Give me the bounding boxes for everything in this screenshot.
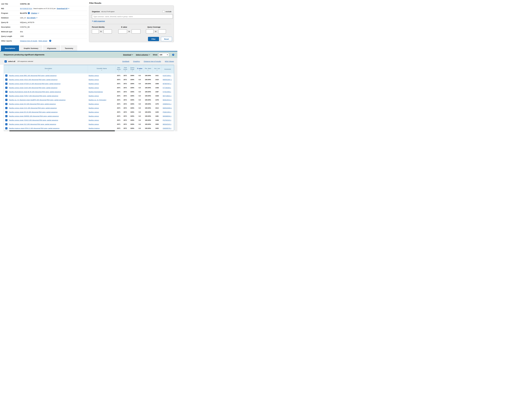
msa-viewer-link[interactable]: MSA viewer <box>38 40 47 42</box>
show-count-select[interactable]: 100▼ <box>159 53 169 57</box>
exclude-checkbox[interactable] <box>163 10 165 13</box>
scientific-name-link[interactable]: Bacillus cereus <box>89 75 99 76</box>
query-coverage-to-input[interactable] <box>158 29 166 33</box>
header-e-value[interactable]: E value▼ <box>136 65 143 73</box>
add-organism-link[interactable]: +Add organism <box>92 20 105 22</box>
scientific-name-link[interactable]: Bacillus cereus <box>89 111 99 113</box>
header-total-score[interactable]: Total Score▼ <box>122 65 129 73</box>
citation-link[interactable]: Citation <box>31 12 39 14</box>
scientific-name-link[interactable]: Bacillus cereus <box>89 115 99 117</box>
description-link[interactable]: Bacillus cereus strain YG413 16S ribosom… <box>9 119 58 121</box>
accession-link[interactable]: MG814013.1 <box>163 99 172 101</box>
query-coverage-from-input[interactable] <box>146 29 153 33</box>
percent-identity-to-input[interactable] <box>103 29 112 33</box>
header-acc-len[interactable]: Acc. Len▼ <box>152 65 162 73</box>
select-columns-menu[interactable]: Select columns <box>136 54 150 56</box>
accession-link[interactable]: MT997947.1 <box>163 83 171 84</box>
header-per-ident[interactable]: Per. Ident▼ <box>143 65 152 73</box>
scientific-name-link[interactable]: Bacillus sp. (in: firmicutes) <box>89 99 106 101</box>
organism-input[interactable] <box>92 14 173 19</box>
accession-link[interactable]: MK942520.1 <box>163 123 171 125</box>
row-checkbox[interactable]: ✓ <box>5 115 7 117</box>
help-icon[interactable]: ? <box>172 54 174 56</box>
download-all-link[interactable]: Download All <box>57 8 69 10</box>
accession-link[interactable]: PQ781523.1 <box>163 119 171 121</box>
horizontal-scrollbar-thumb[interactable] <box>9 130 115 131</box>
msa-viewer-link[interactable]: MSA Viewer <box>165 60 174 62</box>
accession-link[interactable]: KU671054.1 <box>163 75 171 76</box>
filter-button[interactable]: Filter <box>148 37 159 41</box>
accession-link[interactable]: PQ821092.1 <box>163 111 171 113</box>
rid-link[interactable]: 6VYGW1EY014 <box>20 8 32 10</box>
download-menu[interactable]: Download <box>123 54 133 56</box>
accession-link[interactable]: MH718822.1 <box>163 95 171 97</box>
e-value-from-input[interactable] <box>118 29 127 33</box>
accession-link[interactable]: KT726339.1 <box>163 87 171 88</box>
scientific-name-link[interactable]: Bacillus cereus <box>89 95 99 97</box>
row-checkbox[interactable]: ✓ <box>5 127 7 129</box>
distance-tree-link[interactable]: Distance tree of results <box>20 40 37 42</box>
accession-link[interactable]: KY921958.1 <box>163 91 171 93</box>
header-scientific-name[interactable]: Scientific Name▼ <box>88 65 116 73</box>
scientific-name-link[interactable]: Bacillus cereus <box>89 87 99 88</box>
scientific-name-link[interactable]: Bacillus cereus <box>89 119 99 121</box>
row-checkbox[interactable]: ✓ <box>5 83 7 85</box>
tab-graphic-summary[interactable]: Graphic Summary <box>20 45 42 51</box>
tab-alignments[interactable]: Alignments <box>43 45 60 51</box>
help-icon[interactable]: ? <box>28 12 30 14</box>
scientific-name-link[interactable]: Bacillus cereus <box>89 79 99 80</box>
reset-button[interactable]: Reset <box>161 37 172 41</box>
row-checkbox[interactable]: ✓ <box>5 119 7 121</box>
row-checkbox[interactable]: ✓ <box>5 99 7 101</box>
graphics-link[interactable]: Graphics <box>133 60 140 62</box>
scientific-name-link[interactable]: Bacillus cereus <box>89 83 99 84</box>
see-details-link[interactable]: See details <box>27 17 37 19</box>
description-link[interactable]: Bacillus cereus strain Col15 16S ribosom… <box>9 87 57 88</box>
vertical-scrollbar[interactable] <box>174 65 174 130</box>
accession-link[interactable]: MN068934.1 <box>163 115 171 117</box>
description-link[interactable]: Bacillus cereus strain TCR17 16S ribosom… <box>9 95 58 97</box>
row-checkbox[interactable]: ✓ <box>5 87 7 89</box>
help-icon[interactable]: ? <box>49 40 51 42</box>
genbank-link[interactable]: GenBank <box>122 60 129 62</box>
description-link[interactable]: Bacillus cereus strain Cr21 16S ribosoma… <box>9 107 57 109</box>
job-summary: Job Title CONTIG_B6 RID 6VYGW1EY014 Sear… <box>1 2 87 43</box>
select-all-checkbox[interactable]: ✓ <box>5 60 7 62</box>
accession-link[interactable]: ON000579.1 <box>163 127 171 129</box>
description-link[interactable]: Bacillus sp. (in: Bacteria) strain SeqBP… <box>9 99 66 101</box>
e-value-to-input[interactable] <box>132 29 140 33</box>
description-link[interactable]: Bacillus tropicus strain 6TM-12 16S ribo… <box>9 127 59 129</box>
row-checkbox[interactable]: ✓ <box>5 91 7 93</box>
row-checkbox[interactable]: ✓ <box>5 95 7 97</box>
accession-link[interactable]: MW052587.1 <box>163 79 172 80</box>
scientific-name-link[interactable]: Bacillus cereus <box>89 107 99 109</box>
row-checkbox[interactable]: ✓ <box>5 123 7 125</box>
header-query-cover[interactable]: Query Cover▼ <box>129 65 136 73</box>
scientific-name-link[interactable]: Bacillus tropicus <box>89 127 100 129</box>
row-checkbox[interactable]: ✓ <box>5 74 7 77</box>
header-description[interactable]: Description▼ <box>9 65 88 73</box>
description-link[interactable]: Bacillus cereus strain 4-B13 16S ribosom… <box>9 79 57 80</box>
distance-tree-link[interactable]: Distance tree of results <box>144 60 161 62</box>
scientific-name-link[interactable]: Bacillus thuringiensis <box>89 91 103 93</box>
description-link[interactable]: Bacillus cereus strain S12 16S ribosomal… <box>9 123 56 125</box>
description-link[interactable]: Bacillus cereus strain KTO20-1A 16S ribo… <box>9 83 61 84</box>
tab-taxonomy[interactable]: Taxonomy <box>61 45 77 51</box>
scientific-name-link[interactable]: Bacillus cereus <box>89 103 99 105</box>
description-link[interactable]: Bacillus cereus strain SW9SE 16S ribosom… <box>9 115 59 117</box>
row-checkbox[interactable]: ✓ <box>5 107 7 109</box>
scientific-name-link[interactable]: Bacillus cereus <box>89 123 99 125</box>
percent-identity-from-input[interactable] <box>92 29 99 33</box>
tab-descriptions[interactable]: Descriptions <box>1 45 19 51</box>
header-accession[interactable]: Accession <box>162 65 174 73</box>
row-checkbox[interactable]: ✓ <box>5 103 7 105</box>
header-max-score[interactable]: Max Score▼ <box>116 65 122 73</box>
accession-link[interactable]: ON606231.1 <box>163 103 171 105</box>
description-link[interactable]: Bacillus thuringiensis strain Bt 35 16S … <box>9 91 61 93</box>
description-link[interactable]: Bacillus cereus strain IC3 16S ribosomal… <box>9 103 56 105</box>
accession-link[interactable]: MW530459.1 <box>163 107 172 109</box>
row-checkbox[interactable]: ✓ <box>5 78 7 81</box>
description-link[interactable]: Bacillus cereus strain ES 19 16S ribosom… <box>9 111 57 113</box>
description-link[interactable]: Bacillus cereus strain BM1 16S ribosomal… <box>9 75 56 76</box>
row-checkbox[interactable]: ✓ <box>5 111 7 113</box>
